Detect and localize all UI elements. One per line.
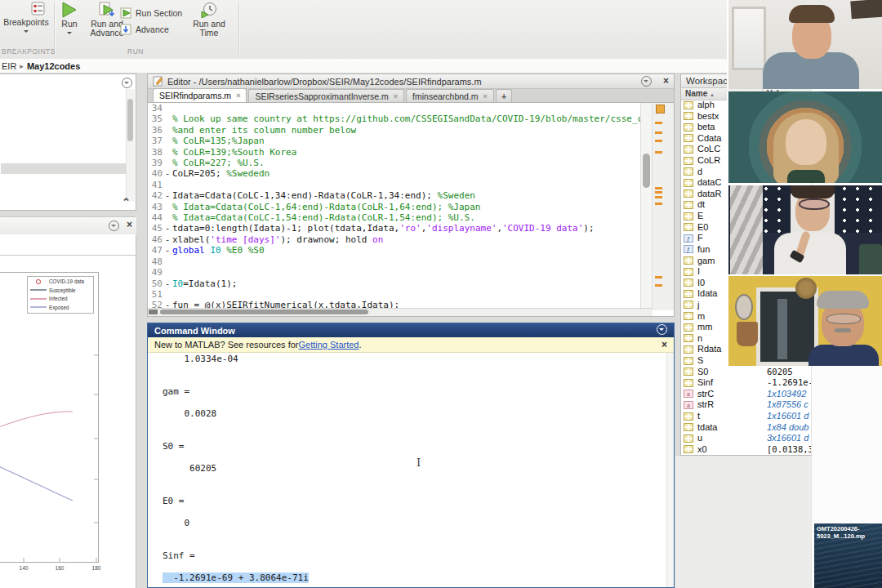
panel-menu-icon[interactable] — [122, 78, 132, 88]
banner-period: . — [359, 340, 361, 350]
output-line — [163, 562, 666, 572]
variable-value: 3x16601 d — [767, 433, 808, 443]
wall-plate — [795, 278, 817, 299]
workspace-row[interactable]: Sinf-1.2691e- — [681, 377, 824, 389]
breakpoints-button[interactable]: Breakpoints — [0, 2, 52, 37]
breadcrumb-current[interactable]: May12codes — [27, 61, 80, 71]
line-number: 49 — [148, 267, 163, 278]
recording-filename-line2: 5923_M...120.mp — [817, 532, 880, 540]
annotation-mark[interactable] — [655, 203, 662, 205]
code-line: 37 % CoLR=135;%Japan — [148, 136, 653, 146]
workspace-row[interactable]: astrC1x103492 — [681, 389, 824, 400]
plot-legend[interactable]: COVID-19 dataSusceptibleInfectedExposed — [27, 276, 94, 314]
output-line — [163, 452, 666, 463]
char-icon: a — [684, 401, 693, 409]
run-section-button[interactable]: Run Section — [120, 7, 182, 19]
panel-scrollbar[interactable] — [126, 89, 135, 202]
editor-tab[interactable]: fminsearchbnd.m× — [406, 89, 494, 102]
variable-value: -1.2691e- — [767, 377, 813, 387]
annotation-mark[interactable] — [655, 187, 662, 189]
tab-label: SEIRseriesSapproximantInverse.m — [255, 91, 388, 101]
code-area[interactable]: 34 35 % Look up same country at https://… — [148, 103, 653, 310]
code-segment: =Idata(1); — [183, 278, 237, 289]
current-folder-panel[interactable]: ⌃ — [0, 74, 136, 211]
curtain — [730, 185, 763, 274]
matrix-icon — [684, 268, 693, 276]
variable-name: Cdata — [697, 133, 721, 143]
annotation-mark[interactable] — [655, 196, 662, 198]
video-participant-3[interactable] — [727, 185, 882, 274]
variable-name: strR — [697, 399, 714, 409]
annotation-mark[interactable] — [655, 151, 662, 154]
video-participant-2[interactable] — [727, 91, 882, 183]
editor-vertical-scrollbar[interactable] — [640, 103, 652, 310]
banner-close-icon[interactable]: × — [662, 339, 667, 350]
code-segment: % CoLR=135;%Japan — [172, 136, 265, 146]
seir-plot — [0, 272, 136, 588]
advance-label: Advance — [136, 24, 169, 34]
editor-annotation-bar[interactable] — [652, 103, 674, 310]
bin — [859, 244, 882, 274]
panel-menu-icon[interactable] — [109, 220, 119, 231]
panel-menu-icon[interactable] — [641, 76, 652, 87]
matrix-icon — [684, 189, 693, 198]
video-participant-1[interactable] — [727, 0, 882, 89]
variable-name: t — [697, 411, 700, 421]
matrix-icon — [684, 223, 693, 231]
annotation-mark[interactable] — [655, 131, 662, 134]
data-marker-icon — [28, 278, 49, 285]
line-number: 46 — [148, 234, 163, 245]
hair — [791, 185, 835, 198]
executable-marker — [163, 125, 172, 136]
command-output[interactable]: 1.0334e-04 gam = 0.0028 S0 = 60205 E0 = … — [163, 354, 666, 587]
workspace-row[interactable]: S060205 — [681, 367, 824, 378]
selected-row[interactable] — [1, 163, 127, 174]
editor-tab[interactable]: SEIRseriesSapproximantInverse.m× — [248, 89, 404, 102]
tab-close-icon[interactable]: × — [483, 92, 488, 100]
close-icon[interactable]: × — [127, 220, 132, 229]
close-icon[interactable]: × — [663, 77, 669, 86]
getting-started-link[interactable]: Getting Started — [298, 340, 359, 350]
workspace-row[interactable]: tdata1x84 doub — [681, 422, 824, 434]
matrix-icon — [684, 123, 693, 131]
workspace-row[interactable]: x0[0.0138,3. — [681, 444, 824, 455]
breadcrumb-root[interactable]: EIR — [2, 61, 16, 71]
warning-indicator[interactable] — [656, 105, 665, 114]
matrix-icon — [684, 145, 693, 154]
annotation-mark[interactable] — [655, 284, 662, 287]
video-participant-4[interactable] — [727, 276, 882, 366]
variable-name: d — [697, 167, 702, 176]
code-segment: tdata=0:length(Idata)-1; plot(tdata,Idat… — [172, 223, 399, 234]
command-scrollbar[interactable] — [666, 353, 674, 587]
editor-horizontal-scrollbar[interactable] — [148, 308, 653, 316]
collapse-chevron-icon[interactable]: ⌃ — [122, 196, 131, 208]
run-button[interactable]: Run — [56, 2, 83, 38]
workspace-row[interactable]: u3x16601 d — [681, 433, 824, 444]
variable-name: fun — [697, 244, 710, 254]
recording-thumbnail[interactable]: GMT20200426- 5923_M...120.mp — [814, 523, 882, 588]
annotation-mark[interactable] — [655, 191, 662, 194]
matrix-icon — [684, 134, 693, 142]
workspace-row[interactable]: astrR1x87556 c — [681, 399, 824, 411]
annotation-mark[interactable] — [655, 122, 662, 124]
tab-close-icon[interactable]: × — [394, 92, 398, 100]
legend-label: Exposed — [49, 305, 69, 310]
annotation-mark[interactable] — [655, 276, 662, 278]
executable-marker: - — [163, 190, 172, 201]
editor-tab[interactable]: SEIRfindparams.m× — [153, 88, 247, 102]
new-tab-button[interactable]: + — [496, 89, 512, 102]
variable-name: x0 — [697, 444, 707, 454]
sort-ascending-icon: ▲ — [710, 92, 715, 97]
door-glass — [777, 299, 787, 359]
tab-close-icon[interactable]: × — [236, 91, 240, 100]
executable-marker — [163, 114, 172, 124]
run-and-time-button[interactable]: Run and Time — [190, 2, 228, 38]
exposed-curve — [0, 466, 73, 501]
matrix-icon — [684, 290, 693, 298]
advance-button[interactable]: Advance — [120, 24, 169, 35]
editor-icon — [153, 76, 163, 87]
annotation-mark[interactable] — [655, 140, 662, 142]
workspace-row[interactable]: t1x16601 d — [681, 411, 824, 422]
panel-menu-icon[interactable] — [657, 324, 667, 335]
matrix-icon — [684, 167, 693, 176]
